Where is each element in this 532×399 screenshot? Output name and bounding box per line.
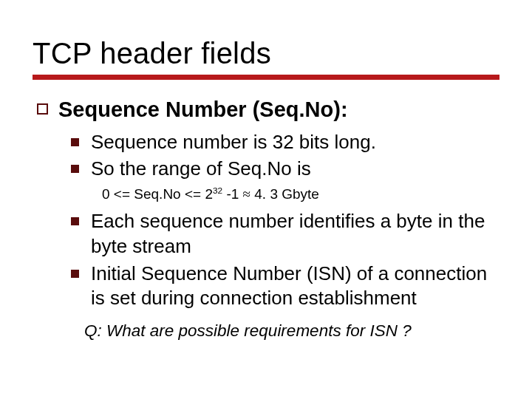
sub-bullet-text: Sequence number is 32 bits long. xyxy=(91,130,376,154)
question-text: Q: What are possible requirements for IS… xyxy=(84,321,499,341)
sub-bullet-text: So the range of Seq.No is xyxy=(91,157,311,181)
sub-bullet: So the range of Seq.No is xyxy=(71,157,499,181)
formula-mid: -1 xyxy=(222,186,242,202)
formula: 0 <= Seq.No <= 232 -1 ≈ 4. 3 Gbyte xyxy=(102,185,499,204)
main-bullet-text: Sequence Number (Seq.No): xyxy=(58,96,348,123)
square-solid-icon xyxy=(71,217,79,225)
formula-rhs: 4. 3 Gbyte xyxy=(250,186,319,202)
bullet-group-b: Each sequence number identifies a byte i… xyxy=(71,209,499,310)
sub-bullet: Each sequence number identifies a byte i… xyxy=(71,209,499,259)
slide-title: TCP header fields xyxy=(33,37,499,70)
sub-bullet-text: Initial Sequence Number (ISN) of a conne… xyxy=(91,262,499,311)
square-open-icon xyxy=(37,103,48,115)
sub-bullet-text: Each sequence number identifies a byte i… xyxy=(91,209,499,259)
formula-lhs: 0 <= Seq.No <= 2 xyxy=(102,186,213,202)
square-solid-icon xyxy=(71,138,79,146)
slide: TCP header fields Sequence Number (Seq.N… xyxy=(0,0,532,399)
bullet-level1: Sequence Number (Seq.No): xyxy=(37,96,499,123)
sub-bullet: Initial Sequence Number (ISN) of a conne… xyxy=(71,262,499,311)
approx-symbol-icon: ≈ xyxy=(243,186,250,202)
square-solid-icon xyxy=(71,165,79,173)
square-solid-icon xyxy=(71,270,79,278)
formula-exp: 32 xyxy=(213,185,222,194)
title-rule xyxy=(33,75,499,80)
sub-bullet: Sequence number is 32 bits long. xyxy=(71,130,499,154)
bullet-group-a: Sequence number is 32 bits long. So the … xyxy=(71,130,499,181)
